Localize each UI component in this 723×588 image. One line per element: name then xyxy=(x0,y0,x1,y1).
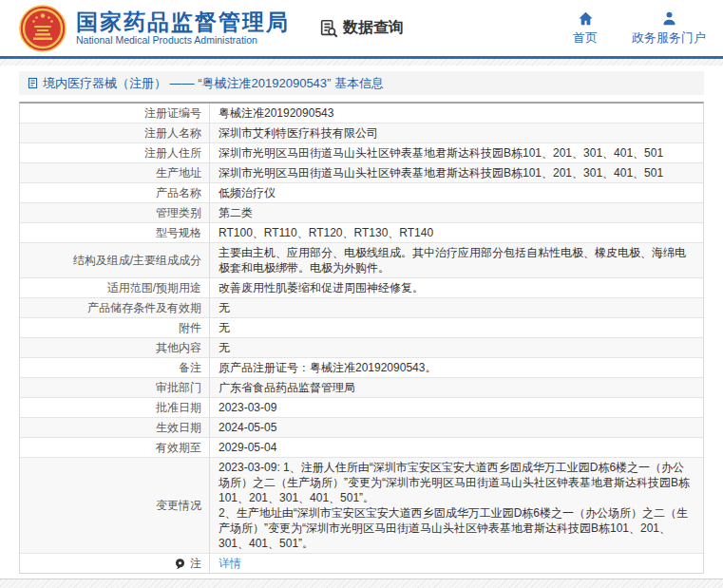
row-value: 2029-05-04 xyxy=(210,438,703,457)
note-icon xyxy=(174,558,186,570)
row-label: 注册证编号 xyxy=(20,104,210,123)
row-label: 附件 xyxy=(20,318,210,337)
row-label: 变更情况 xyxy=(20,458,210,553)
table-row: 批准日期2023-03-09 xyxy=(20,398,703,418)
row-label-text: 批准日期 xyxy=(156,400,201,415)
table-row: 其他内容无 xyxy=(20,338,703,358)
row-label-text: 注 xyxy=(190,556,201,571)
row-label-text: 管理类别 xyxy=(156,205,201,220)
row-value-text: 2023-03-09 xyxy=(219,400,276,415)
row-label: 有效期至 xyxy=(20,438,210,457)
row-value: 无 xyxy=(210,318,703,337)
row-value: 粤械注准20192090543 xyxy=(210,104,703,123)
org-name-cn: 国家药品监督管理局 xyxy=(76,9,290,34)
row-value-text: 无 xyxy=(219,340,230,355)
nav-home[interactable]: 首页 xyxy=(573,10,598,47)
row-label: 产品名称 xyxy=(20,183,210,202)
row-value-text: 改善废用性肌萎缩和促进周围神经修复。 xyxy=(219,280,424,295)
row-label-text: 审批部门 xyxy=(156,380,201,395)
row-value-text: 原产品注册证号：粤械注准20192090543。 xyxy=(219,360,436,375)
table-row: 审批部门广东省食品药品监督管理局 xyxy=(20,378,703,398)
table-row: 产品名称低频治疗仪 xyxy=(20,183,703,203)
row-label: 生产地址 xyxy=(20,163,210,182)
row-label: 批准日期 xyxy=(20,398,210,417)
main-content: 境内医疗器械（注册） —— “粤械注准20192090543” 基本信息 注册证… xyxy=(0,66,723,579)
row-value: 深圳市艾利特医疗科技有限公司 xyxy=(210,123,703,142)
table-row: 备注原产品注册证号：粤械注准20192090543。 xyxy=(20,358,703,378)
row-value: 2024-05-05 xyxy=(210,418,703,437)
row-value-text: 低频治疗仪 xyxy=(219,185,276,200)
table-row: 注册证编号粤械注准20192090543 xyxy=(20,104,703,123)
row-value: 深圳市光明区马田街道马山头社区钟表基地君斯达科技园B栋101、201、301、4… xyxy=(210,143,703,162)
row-value: 第二类 xyxy=(210,203,703,222)
site-header: 国家药品监督管理局 National Medical Products Admi… xyxy=(0,0,723,59)
row-value-text: 深圳市光明区马田街道马山头社区钟表基地君斯达科技园B栋101、201、301、4… xyxy=(219,165,663,180)
national-emblem-logo xyxy=(19,5,67,52)
row-value: 无 xyxy=(210,298,703,317)
data-query-tab[interactable]: 数据查询 xyxy=(318,18,404,39)
row-value: 主要由主机、应用部分、电极线组成。其中治疗应用部分包括自粘性电极、橡皮电极、海绵… xyxy=(210,243,703,277)
row-label: 审批部门 xyxy=(20,378,210,397)
row-label-text: 适用范围/预期用途 xyxy=(107,280,201,295)
row-value: 原产品注册证号：粤械注准20192090543。 xyxy=(210,358,703,377)
row-value: 改善废用性肌萎缩和促进周围神经修复。 xyxy=(210,278,703,297)
table-row: 附件无 xyxy=(20,318,703,338)
row-value-text: 无 xyxy=(219,320,230,335)
row-value-text: 无 xyxy=(219,300,230,315)
data-query-label: 数据查询 xyxy=(343,18,404,38)
table-row: 变更情况2023-03-09: 1、注册人住所由“深圳市宝安区宝安大道西乡固成华… xyxy=(20,458,703,554)
row-value: 2023-03-09: 1、注册人住所由“深圳市宝安区宝安大道西乡固成华万工业园… xyxy=(210,458,703,553)
row-value-text: 第二类 xyxy=(219,205,253,220)
table-row: 型号规格RT100、RT110、RT120、RT130、RT140 xyxy=(20,223,703,243)
row-label-text: 其他内容 xyxy=(156,340,201,355)
row-label-text: 结构及组成/主要组成成分 xyxy=(73,253,201,268)
row-label: 其他内容 xyxy=(20,338,210,357)
breadcrumb: 境内医疗器械（注册） —— “粤械注准20192090543” 基本信息 xyxy=(19,71,704,95)
org-name-en: National Medical Products Administration xyxy=(76,34,290,47)
table-row: 结构及组成/主要组成成分主要由主机、应用部分、电极线组成。其中治疗应用部分包括自… xyxy=(20,243,703,278)
registration-info-table: 注册证编号粤械注准20192090543注册人名称深圳市艾利特医疗科技有限公司注… xyxy=(19,102,704,574)
row-label-text: 有效期至 xyxy=(156,440,201,455)
document-icon xyxy=(27,77,39,89)
row-value: RT100、RT110、RT120、RT130、RT140 xyxy=(210,223,703,242)
row-label-text: 变更情况 xyxy=(156,498,201,513)
table-row: 适用范围/预期用途改善废用性肌萎缩和促进周围神经修复。 xyxy=(20,278,703,298)
header-nav: 首页 政务服务门户 xyxy=(573,10,706,47)
row-label: 生效日期 xyxy=(20,418,210,437)
row-value: 低频治疗仪 xyxy=(210,183,703,202)
row-label: 产品储存条件及有效期 xyxy=(20,298,210,317)
row-value-text: 2029-05-04 xyxy=(219,440,276,455)
nav-gov-portal[interactable]: 政务服务门户 xyxy=(632,10,706,47)
row-label-text: 附件 xyxy=(179,320,201,335)
row-value-text: 粤械注准20192090543 xyxy=(219,105,333,121)
row-value-text: 深圳市艾利特医疗科技有限公司 xyxy=(219,125,378,141)
table-row: 产品储存条件及有效期无 xyxy=(20,298,703,318)
row-value-text: 深圳市光明区马田街道马山头社区钟表基地君斯达科技园B栋101、201、301、4… xyxy=(219,145,663,161)
row-value: 深圳市光明区马田街道马山头社区钟表基地君斯达科技园B栋101、201、301、4… xyxy=(210,163,703,182)
row-label: 结构及组成/主要组成成分 xyxy=(20,243,210,277)
row-value-text: RT100、RT110、RT120、RT130、RT140 xyxy=(219,225,433,240)
row-label: 备注 xyxy=(20,358,210,377)
document-search-icon xyxy=(318,18,339,39)
row-label-text: 型号规格 xyxy=(156,225,201,240)
table-row: 注详情 xyxy=(20,554,703,573)
row-label-text: 备注 xyxy=(179,360,201,375)
row-value-text: 2023-03-09: 1、注册人住所由“深圳市宝安区宝安大道西乡固成华万工业园… xyxy=(219,460,694,551)
row-label-text: 注册人名称 xyxy=(144,125,201,141)
row-label-text: 产品储存条件及有效期 xyxy=(87,300,201,315)
home-icon xyxy=(578,10,594,27)
table-row: 注册人名称深圳市艾利特医疗科技有限公司 xyxy=(20,123,703,143)
details-link[interactable]: 详情 xyxy=(219,556,241,571)
table-row: 生效日期2024-05-05 xyxy=(20,418,703,438)
brand-titles: 国家药品监督管理局 National Medical Products Admi… xyxy=(76,9,290,47)
row-label: 注 xyxy=(20,554,210,573)
row-label-text: 注册证编号 xyxy=(144,105,201,121)
page-title: 境内医疗器械（注册） —— “粤械注准20192090543” 基本信息 xyxy=(43,75,384,92)
row-value-text: 广东省食品药品监督管理局 xyxy=(219,380,355,395)
brand: 国家药品监督管理局 National Medical Products Admi… xyxy=(19,5,290,52)
row-label-text: 生效日期 xyxy=(156,420,201,435)
row-label: 注册人名称 xyxy=(20,123,210,142)
table-row: 注册人住所深圳市光明区马田街道马山头社区钟表基地君斯达科技园B栋101、201、… xyxy=(20,143,703,163)
row-label-text: 注册人住所 xyxy=(144,145,201,161)
row-label-text: 生产地址 xyxy=(156,165,201,180)
